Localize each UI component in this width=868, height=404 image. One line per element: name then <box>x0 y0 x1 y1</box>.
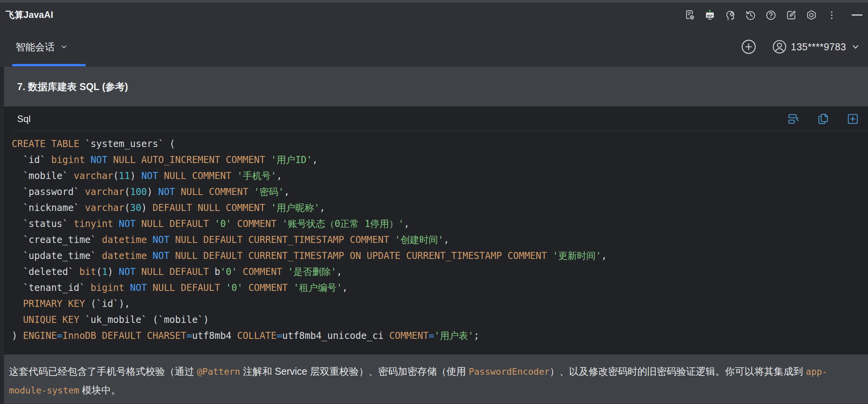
insert-code-icon[interactable] <box>846 112 859 126</box>
code-line: `create_time` datetime NOT NULL DEFAULT … <box>12 232 862 248</box>
section-header: 7. 数据库建表 SQL (参考) <box>4 67 868 106</box>
tab-bar: 智能会话 135****9783 <box>0 27 868 67</box>
tab-label: 智能会话 <box>16 41 55 53</box>
sql-code: CREATE TABLE `system_users` ( `id` bigin… <box>4 131 868 354</box>
app-title: 飞算JavaAI <box>5 9 53 21</box>
ai-brain-icon[interactable] <box>725 9 736 21</box>
mcp-icon[interactable]: MCP <box>704 9 716 21</box>
history-icon[interactable] <box>745 9 756 21</box>
account-number: 135****9783 <box>791 41 846 53</box>
help-icon[interactable] <box>765 9 777 21</box>
window-top-edge <box>0 0 868 3</box>
code-line: `password` varchar(100) NOT NULL COMMENT… <box>12 184 862 200</box>
edit-icon[interactable] <box>785 9 797 21</box>
inline-code: PasswordEncoder <box>469 367 550 377</box>
code-line: `tenant_id` bigint NOT NULL DEFAULT '0' … <box>12 280 862 296</box>
active-tab-indicator <box>12 64 86 66</box>
minimize-icon[interactable] <box>852 14 863 16</box>
code-line: `nickname` varchar(30) DEFAULT NULL COMM… <box>12 200 862 216</box>
section-title: 7. 数据库建表 SQL (参考) <box>17 80 128 93</box>
code-header: Sql <box>4 106 868 131</box>
note-text: 注解和 Service 层双重校验）、密码加密存储（使用 <box>240 366 469 377</box>
account-chevron-down-icon <box>850 41 861 52</box>
more-vertical-icon[interactable] <box>826 9 838 21</box>
new-session-icon[interactable] <box>741 39 756 55</box>
tab-smart-session[interactable]: 智能会话 <box>16 41 69 53</box>
note-text: 模块中。 <box>79 385 121 395</box>
note-text: ）、以及修改密码时的旧密码验证逻辑。你可以将其集成到 <box>550 366 806 377</box>
code-line: `id` bigint NOT NULL AUTO_INCREMENT COMM… <box>12 152 862 168</box>
code-line: `deleted` bit(1) NOT NULL DEFAULT b'0' C… <box>12 264 862 280</box>
code-line: `mobile` varchar(11) NOT NULL COMMENT '手… <box>12 168 862 184</box>
chevron-down-icon <box>59 42 69 51</box>
code-line: `status` tinyint NOT NULL DEFAULT '0' CO… <box>12 216 862 232</box>
code-line: ) ENGINE=InnoDB DEFAULT CHARSET=utf8mb4 … <box>12 328 862 344</box>
message-panel: 7. 数据库建表 SQL (参考) Sql <box>4 67 868 404</box>
user-avatar-icon <box>772 39 787 54</box>
tabbar-right: 135****9783 <box>741 39 861 55</box>
header-bar: 飞算JavaAI MCP <box>0 3 868 27</box>
sql-code-block: Sql <box>4 106 868 354</box>
code-line: `update_time` datetime NOT NULL DEFAULT … <box>12 248 862 264</box>
note-text: 这套代码已经包含了手机号格式校验（通过 <box>9 366 197 377</box>
code-line: UNIQUE KEY `uk_mobile` (`mobile`) <box>12 312 862 328</box>
code-line: CREATE TABLE `system_users` ( <box>12 136 862 152</box>
account-chip[interactable]: 135****9783 <box>772 39 861 54</box>
inline-code: @Pattern <box>197 367 240 377</box>
code-line: PRIMARY KEY (`id`), <box>12 296 862 312</box>
collapse-code-icon[interactable] <box>787 112 800 126</box>
document-settings-icon[interactable] <box>684 9 696 21</box>
code-language-label: Sql <box>17 113 31 124</box>
content-area: 7. 数据库建表 SQL (参考) Sql <box>0 67 868 404</box>
code-actions <box>787 112 859 126</box>
assistant-note: 这套代码已经包含了手机号格式校验（通过 @Pattern 注解和 Service… <box>4 354 868 404</box>
copy-icon[interactable] <box>817 112 830 126</box>
svg-text:MCP: MCP <box>707 14 713 17</box>
header-icon-group: MCP <box>684 9 863 21</box>
left-gutter <box>0 67 4 404</box>
settings-hexagon-icon[interactable] <box>806 9 817 21</box>
